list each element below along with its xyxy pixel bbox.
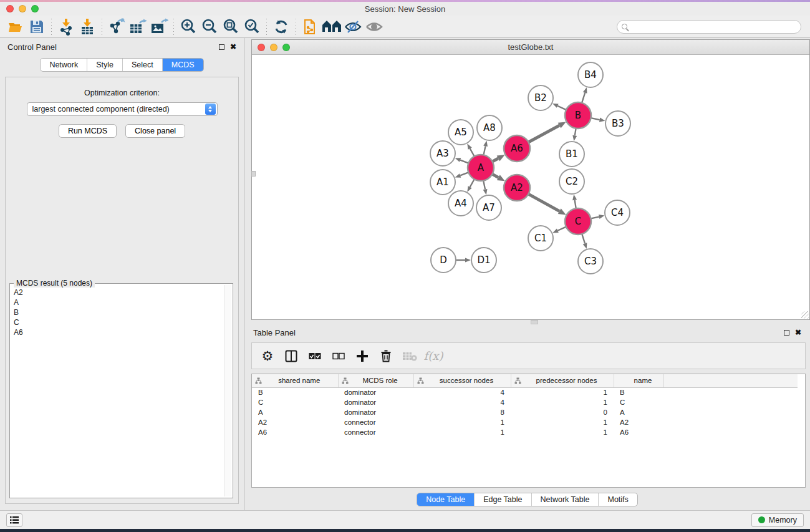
- table-row[interactable]: A2connector11A2: [252, 417, 798, 427]
- graph-edge-B-B1[interactable]: [575, 128, 576, 136]
- graph-edge-A-A5[interactable]: [470, 148, 475, 157]
- graph-edge-A2-C[interactable]: [528, 194, 559, 211]
- table-cell[interactable]: dominator: [338, 387, 413, 397]
- mcds-result-item[interactable]: A: [14, 297, 221, 307]
- float-panel-icon[interactable]: [219, 44, 224, 50]
- table-cell[interactable]: B: [252, 387, 338, 397]
- eye-button[interactable]: [364, 17, 385, 36]
- resize-corner-handle[interactable]: [801, 311, 809, 319]
- float-table-panel-icon[interactable]: [784, 330, 789, 336]
- import-table-button[interactable]: [77, 17, 98, 36]
- tab-select[interactable]: Select: [122, 59, 162, 71]
- result-scrollbar[interactable]: [224, 285, 231, 496]
- graph-edge-B-B2[interactable]: [557, 106, 566, 110]
- zoom-fit-button[interactable]: [220, 17, 241, 36]
- export-network-button[interactable]: [106, 17, 127, 36]
- tab-node-table[interactable]: Node Table: [417, 493, 474, 506]
- tab-mcds[interactable]: MCDS: [162, 59, 203, 71]
- mcds-result-item[interactable]: C: [14, 317, 221, 327]
- table-cell[interactable]: 4: [413, 397, 511, 407]
- graph-edge-B-B3[interactable]: [591, 118, 600, 120]
- table-cell[interactable]: A: [252, 407, 338, 417]
- graph-edge-A6-B[interactable]: [528, 125, 559, 142]
- table-cell[interactable]: dominator: [338, 407, 413, 417]
- table-cell[interactable]: A: [614, 407, 663, 417]
- table-cell[interactable]: C: [614, 397, 663, 407]
- graph-edge-A-A1[interactable]: [460, 172, 468, 175]
- graph-edge-C-C3[interactable]: [582, 234, 585, 243]
- table-cell[interactable]: dominator: [338, 397, 413, 407]
- graph-edge-B-B4[interactable]: [582, 93, 585, 103]
- column-header-shared-name[interactable]: shared name: [252, 374, 338, 387]
- table-cell[interactable]: A2: [614, 417, 663, 427]
- tab-network-table[interactable]: Network Table: [531, 493, 599, 506]
- table-cell[interactable]: 1: [413, 427, 511, 437]
- graph-edge-A-A8[interactable]: [483, 146, 485, 155]
- table-cell[interactable]: A6: [614, 427, 663, 437]
- table-row[interactable]: Cdominator41C: [252, 397, 798, 407]
- function-builder-icon[interactable]: f(x): [424, 347, 443, 365]
- tab-style[interactable]: Style: [87, 59, 122, 71]
- graph-edge-A-A3[interactable]: [460, 160, 468, 163]
- column-header-successor-nodes[interactable]: successor nodes: [413, 374, 511, 387]
- graph-edge-A-A4[interactable]: [470, 179, 475, 187]
- export-table-button[interactable]: [127, 17, 148, 36]
- tab-edge-table[interactable]: Edge Table: [474, 493, 531, 506]
- memory-button[interactable]: Memory: [751, 513, 804, 527]
- table-cell[interactable]: 0: [511, 407, 614, 417]
- close-panel-icon[interactable]: ✖: [230, 43, 236, 51]
- column-header-predecessor-nodes[interactable]: predecessor nodes: [511, 374, 614, 387]
- export-image-button[interactable]: [148, 17, 170, 36]
- open-session-button[interactable]: [5, 17, 26, 36]
- table-cell[interactable]: 1: [511, 417, 614, 427]
- column-header-MCDS-role[interactable]: MCDS role: [338, 374, 413, 387]
- close-panel-button[interactable]: Close panel: [125, 124, 185, 138]
- table-row[interactable]: Bdominator41B: [252, 387, 798, 397]
- select-all-icon[interactable]: [306, 347, 324, 365]
- table-cell[interactable]: 1: [511, 387, 614, 397]
- graph-edge-C-C4[interactable]: [591, 217, 599, 219]
- table-row[interactable]: A6connector11A6: [252, 427, 798, 437]
- refresh-view-button[interactable]: [271, 17, 292, 36]
- table-cell[interactable]: 1: [511, 397, 614, 407]
- network-canvas[interactable]: B4B2BB3A8A5A6A3B1AA1C2A2A4A7C4CC1C3DD1: [252, 55, 809, 319]
- graph-edge-C-C1[interactable]: [557, 227, 566, 231]
- table-cell[interactable]: connector: [338, 427, 413, 437]
- delete-table-icon[interactable]: [400, 347, 419, 365]
- mcds-result-item[interactable]: A2: [14, 288, 221, 297]
- zoom-selected-button[interactable]: [241, 17, 263, 36]
- network-graph[interactable]: B4B2BB3A8A5A6A3B1AA1C2A2A4A7C4CC1C3DD1: [252, 55, 809, 319]
- zoom-out-button[interactable]: [199, 17, 220, 36]
- table-cell[interactable]: 8: [413, 407, 511, 417]
- search-input[interactable]: [627, 22, 801, 31]
- graph-edge-C-C2[interactable]: [575, 200, 576, 209]
- graphics-details-eye-slash-button[interactable]: [342, 17, 364, 36]
- tab-motifs[interactable]: Motifs: [598, 493, 637, 506]
- graph-edge-A-A7[interactable]: [483, 181, 485, 190]
- table-cell[interactable]: B: [614, 387, 663, 397]
- table-cell[interactable]: C: [252, 397, 338, 407]
- clear-selection-icon[interactable]: [329, 347, 348, 365]
- run-mcds-button[interactable]: Run MCDS: [59, 124, 117, 138]
- column-panel-icon[interactable]: [282, 347, 301, 365]
- import-network-button[interactable]: [55, 17, 77, 36]
- table-row[interactable]: Adominator80A: [252, 407, 798, 417]
- table-cell[interactable]: A2: [252, 417, 338, 427]
- network-window-titlebar[interactable]: testGlobe.txt: [252, 40, 809, 55]
- table-cell[interactable]: A6: [252, 427, 338, 437]
- task-history-button[interactable]: [6, 513, 22, 527]
- table-settings-gear-icon[interactable]: ⚙: [258, 347, 277, 365]
- table-cell[interactable]: 1: [413, 417, 511, 427]
- table-cell[interactable]: 4: [413, 387, 511, 397]
- delete-column-trash-icon[interactable]: [377, 347, 395, 365]
- mcds-result-item[interactable]: A6: [14, 327, 221, 337]
- tab-network[interactable]: Network: [41, 59, 87, 71]
- home-view-button[interactable]: [321, 17, 342, 36]
- graph-edge-A-A2[interactable]: [492, 174, 498, 177]
- table-cell[interactable]: connector: [338, 417, 413, 427]
- copy-network-button[interactable]: [300, 17, 321, 36]
- left-divider-grip[interactable]: [251, 171, 256, 177]
- mcds-result-item[interactable]: B: [14, 307, 221, 317]
- graph-edge-A-A6[interactable]: [493, 158, 498, 162]
- save-session-button[interactable]: [26, 17, 47, 36]
